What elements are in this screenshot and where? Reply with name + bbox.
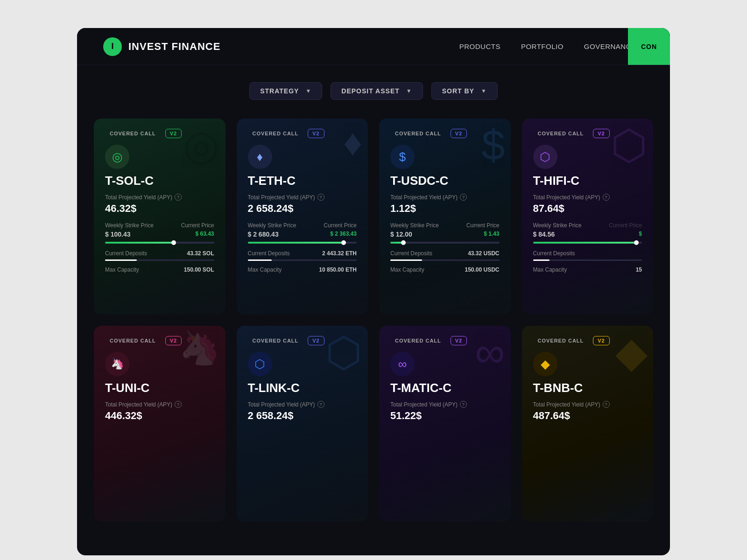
apy-label: Total Projected Yield (APY) ? — [105, 401, 214, 408]
version-badge: V2 — [451, 129, 467, 138]
info-icon: ? — [175, 401, 182, 408]
badge-row: COVERED CALL V2 — [390, 129, 500, 138]
current-label: Current Price — [609, 222, 642, 229]
header: I INVEST FINANCE PRODUCTS PORTFOLIO GOVE… — [77, 28, 670, 65]
cards-grid-row2: 🦄 COVERED CALL V2 🦄 T-UNI-C Total Projec… — [77, 320, 670, 527]
card-title: T-ETH-C — [248, 174, 357, 188]
version-badge: V2 — [451, 336, 467, 345]
connect-button[interactable]: CON — [628, 28, 670, 65]
apy-value: 46.32$ — [105, 203, 214, 215]
strike-label: Weekly Strike Price — [105, 222, 154, 229]
price-slider — [105, 242, 214, 244]
apy-label: Total Projected Yield (APY) ? — [533, 194, 642, 201]
card-bnb[interactable]: ◆ COVERED CALL V2 ◆ T-BNB-C Total Projec… — [522, 326, 654, 522]
apy-label: Total Projected Yield (APY) ? — [533, 401, 642, 408]
capacity-value: 15 — [636, 266, 642, 273]
matic-icon: ∞ — [390, 352, 415, 376]
cards-grid-row1: ◎ COVERED CALL V2 ◎ T-SOL-C Total Projec… — [77, 113, 670, 320]
usdc-icon: $ — [390, 145, 415, 169]
strategy-badge: COVERED CALL — [533, 336, 589, 345]
chevron-down-icon: ▼ — [481, 88, 487, 94]
card-title: T-LINK-C — [248, 381, 357, 395]
version-badge: V2 — [165, 129, 182, 138]
strike-value: $ 84.56 — [533, 231, 555, 238]
card-eth[interactable]: ♦ COVERED CALL V2 ♦ T-ETH-C Total Projec… — [237, 119, 368, 315]
deposits-label: Current Deposits — [248, 250, 290, 257]
nav-portfolio[interactable]: PORTFOLIO — [521, 42, 564, 50]
apy-value: 51.22$ — [390, 410, 500, 422]
card-usdc[interactable]: $ COVERED CALL V2 $ T-USDC-C Total Proje… — [379, 119, 511, 315]
current-value: $ 1.43 — [484, 231, 499, 238]
strike-label: Weekly Strike Price — [533, 222, 582, 229]
apy-label: Total Projected Yield (APY) ? — [105, 194, 214, 201]
strike-label: Weekly Strike Price — [390, 222, 439, 229]
filters-row: STRATEGY ▼ DEPOSIT ASSET ▼ SORT BY ▼ — [77, 65, 670, 113]
apy-label: Total Projected Yield (APY) ? — [248, 194, 357, 201]
apy-value: 487.64$ — [533, 410, 642, 422]
strategy-badge: COVERED CALL — [390, 336, 446, 345]
current-label: Current Price — [324, 222, 357, 229]
card-title: T-HIFI-C — [533, 174, 642, 188]
card-matic[interactable]: ∞ COVERED CALL V2 ∞ T-MATIC-C Total Proj… — [379, 326, 511, 522]
capacity-label: Max Capacity — [390, 266, 424, 273]
bnb-icon: ◆ — [533, 352, 557, 376]
current-label: Current Price — [181, 222, 214, 229]
version-badge: V2 — [308, 336, 324, 345]
apy-value: 446.32$ — [105, 410, 214, 422]
strategy-badge: COVERED CALL — [390, 129, 446, 138]
info-icon: ? — [175, 194, 182, 201]
price-slider — [390, 242, 500, 244]
strategy-badge: COVERED CALL — [105, 336, 161, 345]
nav-products[interactable]: PRODUCTS — [459, 42, 500, 50]
capacity-label: Max Capacity — [533, 266, 567, 273]
card-title: T-USDC-C — [390, 174, 500, 188]
capacity-value: 150.00 USDC — [465, 266, 499, 273]
current-value: $ — [639, 231, 642, 238]
card-link[interactable]: ⬡ COVERED CALL V2 ⬡ T-LINK-C Total Proje… — [237, 326, 368, 522]
card-hifi[interactable]: ⬡ COVERED CALL V2 ⬡ T-HIFI-C Total Proje… — [522, 119, 654, 315]
badge-row: COVERED CALL V2 — [390, 336, 500, 345]
strike-value: $ 2 680.43 — [248, 231, 279, 238]
deposit-bar — [105, 259, 214, 261]
card-title: T-BNB-C — [533, 381, 642, 395]
current-label: Current Price — [466, 222, 500, 229]
apy-label: Total Projected Yield (APY) ? — [390, 401, 500, 408]
capacity-label: Max Capacity — [105, 266, 139, 273]
deposits-label: Current Deposits — [533, 250, 575, 257]
chevron-down-icon: ▼ — [305, 88, 311, 94]
deposit-asset-filter[interactable]: DEPOSIT ASSET ▼ — [331, 82, 423, 100]
version-badge: V2 — [165, 336, 182, 345]
info-icon: ? — [603, 194, 610, 201]
card-title: T-UNI-C — [105, 381, 214, 395]
badge-row: COVERED CALL V2 — [105, 336, 214, 345]
chevron-down-icon: ▼ — [406, 88, 412, 94]
current-value: $ 63.43 — [195, 231, 214, 238]
sol-icon: ◎ — [105, 145, 129, 169]
strategy-badge: COVERED CALL — [248, 129, 303, 138]
capacity-value: 150.00 SOL — [184, 266, 214, 273]
strike-label: Weekly Strike Price — [248, 222, 296, 229]
app-title: INVEST FINANCE — [128, 41, 220, 53]
logo-icon: I — [103, 37, 122, 56]
info-icon: ? — [460, 401, 467, 408]
deposits-value: 43.32 USDC — [468, 250, 499, 257]
version-badge: V2 — [593, 129, 609, 138]
logo: I INVEST FINANCE — [103, 37, 220, 56]
strategy-badge: COVERED CALL — [105, 129, 161, 138]
deposit-bar — [248, 259, 357, 261]
version-badge: V2 — [593, 336, 609, 345]
info-icon: ? — [603, 401, 610, 408]
info-icon: ? — [460, 194, 467, 201]
card-title: T-SOL-C — [105, 174, 214, 188]
card-uni[interactable]: 🦄 COVERED CALL V2 🦄 T-UNI-C Total Projec… — [94, 326, 226, 522]
info-icon: ? — [317, 401, 324, 408]
strategy-badge: COVERED CALL — [533, 129, 589, 138]
strategy-badge: COVERED CALL — [248, 336, 303, 345]
strategy-filter[interactable]: STRATEGY ▼ — [249, 82, 322, 100]
capacity-label: Max Capacity — [248, 266, 282, 273]
card-sol[interactable]: ◎ COVERED CALL V2 ◎ T-SOL-C Total Projec… — [94, 119, 226, 315]
main-nav: PRODUCTS PORTFOLIO GOVERNANCE ↗ — [459, 42, 644, 50]
uni-icon: 🦄 — [105, 352, 129, 376]
sort-by-filter[interactable]: SORT BY ▼ — [431, 82, 498, 100]
apy-value: 87.64$ — [533, 203, 642, 215]
